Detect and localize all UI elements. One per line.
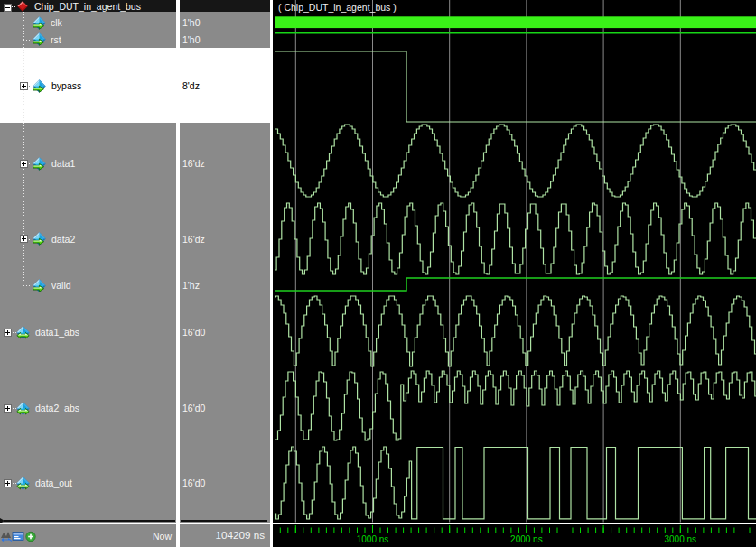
svg-text:2000 ns: 2000 ns bbox=[510, 534, 543, 544]
svg-text:1000 ns: 1000 ns bbox=[357, 534, 389, 544]
svg-text:( Chip_DUT_in_agent_bus ): ( Chip_DUT_in_agent_bus ) bbox=[278, 2, 397, 13]
svg-text:3000 ns: 3000 ns bbox=[665, 534, 697, 544]
